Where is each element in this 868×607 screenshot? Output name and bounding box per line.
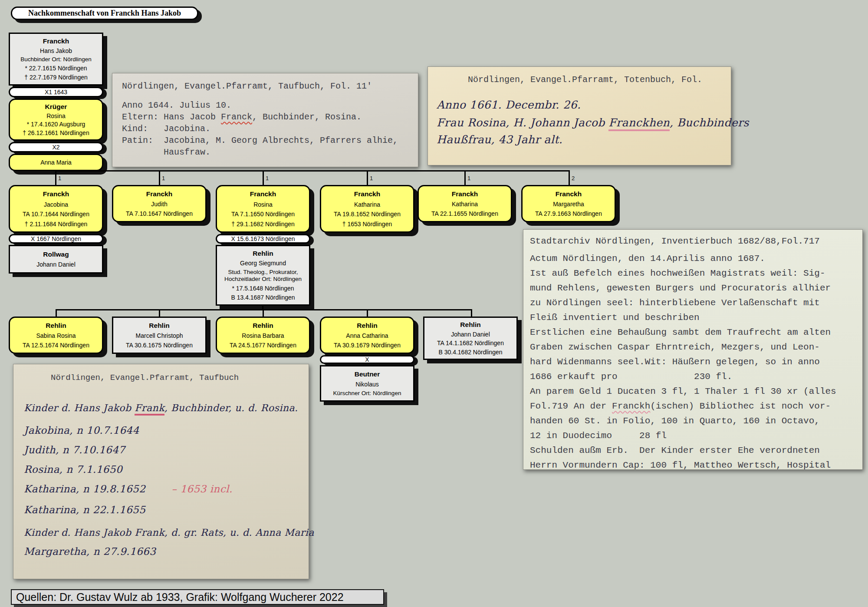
person-occupation-line1: Stud. Theolog., Prokurator, [228, 269, 298, 275]
text-run: (ischen) Bibliothec ist noch vor- [650, 401, 831, 411]
person-box-franckh-hans-jakob: Franckh Hans Jakob Buchbinder Ort: Nördl… [9, 33, 103, 86]
person-baptism: TA 12.5.1674 Nördlingen [23, 342, 89, 349]
document-inventierbuch: Stadtarchiv Nördlingen, Inventierbuch 16… [523, 229, 863, 470]
connector-drop [55, 170, 56, 185]
connector-drop [263, 170, 264, 185]
document-line: Schulden außm Erb. Der Kinder erster Ehe… [530, 443, 856, 458]
document-line: Actum Nördlingen, den 14.Aprilis anno 16… [530, 251, 856, 266]
document-line: Eltern: Hans Jacob Franck, Buchbinder, R… [122, 111, 408, 123]
text-run: , Buchbinders [670, 116, 749, 129]
person-baptism: TA 7.10.1647 Nördlingen [126, 210, 193, 217]
marriage-number-tag: 1 [162, 175, 165, 181]
connector-gen2-horizontal [56, 309, 472, 310]
person-surname: Krüger [45, 103, 67, 111]
person-surname: Franckh [43, 37, 69, 45]
connector-drop [367, 170, 368, 185]
document-line: Kind: Jacobina. [122, 123, 408, 135]
connector-drop [367, 309, 368, 317]
person-surname: Franckh [354, 190, 380, 198]
handwritten-line: Anno 1661. Decembr. 26. [437, 99, 722, 111]
connector-drop [263, 309, 264, 317]
person-box-rehlin-anna-catharina: Rehlin Anna Catharina TA 30.9.1679 Nördl… [320, 317, 414, 354]
person-box-franckh-rosina: Franckh Rosina TA 7.1.1650 Nördlingen † … [216, 185, 310, 233]
marriage-pill-rosina: X 15.6.1673 Nördlingen [216, 234, 310, 244]
document-taufbuch-typed: Nördlingen, Evangel.Pfarramt, Taufbuch, … [112, 73, 418, 167]
marriage-number-tag: 1 [58, 175, 61, 181]
handwritten-line: Haußfrau, 43 Jahr alt. [437, 133, 722, 146]
document-line: handen 60 St. in Folio, 100 in Quarto, 1… [530, 414, 856, 429]
handwritten-line: Frau Rosina, H. Johann Jacob Franckhen, … [437, 116, 722, 129]
document-taufbuch-handwritten: Nördlingen, Evangel.Pfarramt, Taufbuch K… [13, 364, 309, 579]
document-line: An parem Geld 1 Ducaten 3 fl, 1 Thaler 1… [530, 384, 856, 399]
text-run: Katharina, n 19.8.1652 [24, 483, 145, 495]
text-run: Frau Rosina, H. Johann Jacob [437, 116, 608, 129]
person-surname: Rehlin [253, 250, 273, 257]
person-box-franckh-katharina-1655: Franckh Katharina TA 22.1.1655 Nördlinge… [418, 185, 512, 222]
underlined-name: Franck [221, 112, 252, 122]
source-caption-text: Quellen: Dr. Gustav Wulz ab 1933, Grafik… [16, 591, 344, 604]
person-surname: Franckh [452, 190, 478, 198]
person-burial: B 13.4.1687 Nördlingen [231, 294, 295, 301]
text-run: , Buchbinder, u. d. Rosina. [164, 402, 298, 413]
person-baptism: TA 24.5.1677 Nördlingen [230, 342, 296, 349]
person-occupation: Kürschner Ort: Nördlingen [333, 390, 401, 396]
person-surname: Franckh [146, 190, 172, 198]
document-line: 12 in Duodecimo 28 fl [530, 429, 856, 443]
chart-title-text: Nachkommenschaft von Franckh Hans Jakob [28, 9, 181, 18]
person-birth: * 22.7.1615 Nördlingen [25, 65, 87, 72]
person-box-rehlin-georg-siegmund: Rehlin Georg Siegmund Stud. Theolog., Pr… [216, 245, 310, 306]
handwritten-line: Katharina, n 22.1.1655 [24, 504, 298, 515]
text-run: Kinder d. Hans Jakob [24, 402, 135, 413]
document-header: Nördlingen, Evangel.Pfarramt, Taufbuch, … [122, 80, 408, 92]
person-surname: Beutner [355, 370, 380, 378]
person-burial: B 30.4.1682 Nördlingen [438, 349, 502, 356]
person-death: † 1653 Nördlingen [342, 221, 392, 228]
handwritten-line: Judith, n 7.10.1647 [24, 444, 298, 455]
person-box-rehlin-johann-daniel: Rehlin Johann Daniel TA 14.1.1682 Nördli… [423, 317, 518, 360]
person-name: Rosina [253, 201, 273, 208]
person-death: † 22.7.1679 Nördlingen [24, 74, 88, 81]
text-run: , Buchbinder, Rosina. [252, 112, 362, 122]
document-totenbuch: Nördlingen, Evangel.Pfarramt, Totenbuch,… [427, 66, 731, 165]
marriage-number-tag: 2 [572, 175, 575, 181]
marriage-label: X1 1643 [45, 89, 67, 96]
connector-drop [159, 170, 160, 185]
person-name: Georg Siegmund [240, 260, 286, 267]
connector-drop [464, 170, 466, 185]
document-line: zu Nördlingen seel: hinterbliebene Verla… [530, 296, 856, 310]
person-name: Katharina [452, 201, 478, 208]
person-box-franckh-margaretha: Franckh Margaretha TA 27.9.1663 Nördling… [521, 185, 616, 222]
person-baptism: TA 30.6.1675 Nördlingen [126, 342, 193, 349]
marriage-number-tag: 1 [266, 175, 269, 181]
marriage-number-tag: 1 [467, 175, 470, 181]
underlined-name: Franckhen [608, 116, 670, 131]
person-death: † 29.1.1682 Nördlingen [231, 221, 295, 228]
person-name: Margaretha [553, 201, 584, 208]
marriage-pill-x2: X2 [9, 142, 103, 152]
person-surname: Rehlin [253, 322, 273, 330]
person-baptism: TA 14.1.1682 Nördlingen [437, 340, 504, 346]
marriage-label: X 15.6.1673 Nördlingen [231, 235, 295, 242]
marriage-pill-x1: X1 1643 [9, 87, 103, 97]
handwritten-line: Rosina, n 7.1.1650 [24, 464, 298, 475]
handwritten-line: Katharina, n 19.8.1652– 1653 incl. [24, 483, 298, 495]
person-baptism: TA 7.1.1650 Nördlingen [231, 211, 295, 218]
connector-drop [56, 309, 57, 317]
person-box-rehlin-rosina-barbara: Rehlin Rosina Barbara TA 24.5.1677 Nördl… [216, 317, 310, 354]
person-death: † 2.11.1684 Nördlingen [25, 221, 88, 228]
document-header: Stadtarchiv Nördlingen, Inventierbuch 16… [530, 234, 856, 249]
document-header: Nördlingen, Evangel.Pfarramt, Taufbuch [24, 373, 298, 383]
marriage-pill-anna-catharina: X [320, 355, 414, 364]
person-surname: Rehlin [149, 322, 169, 330]
source-caption: Quellen: Dr. Gustav Wulz ab 1933, Grafik… [11, 589, 384, 605]
document-line: Herrn Vormundern Cap: 100 fl, Mattheo We… [530, 458, 856, 473]
person-surname: Rehlin [46, 322, 66, 330]
person-surname: Rehlin [460, 321, 480, 329]
person-name: Johann Daniel [36, 261, 76, 268]
document-line: Erstlichen eine Behaußung sambt dem Trau… [530, 325, 856, 340]
person-box-beutner-nikolaus: Beutner Nikolaus Kürschner Ort: Nördling… [320, 365, 414, 402]
connector-drop [159, 309, 160, 317]
person-name: Anna Catharina [346, 332, 388, 339]
person-box-franckh-jacobina: Franckh Jacobina TA 10.7.1644 Nördlingen… [9, 185, 103, 233]
text-run: Fol.719 An der [530, 401, 612, 411]
